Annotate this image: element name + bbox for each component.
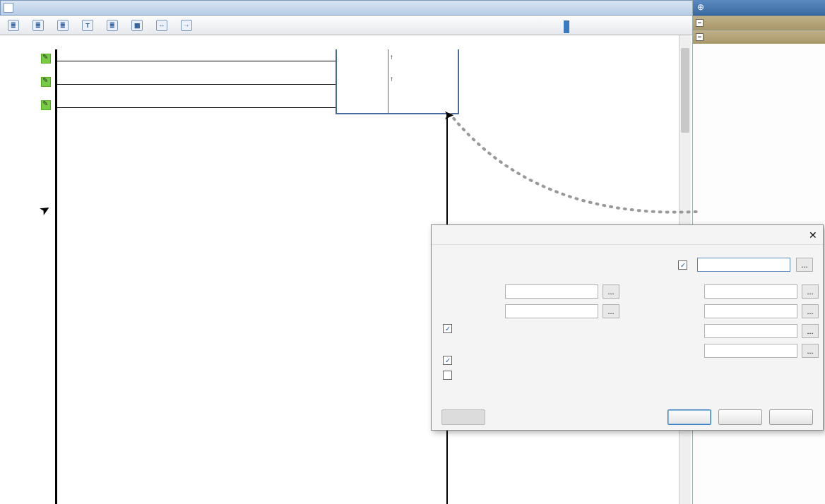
edit-icon[interactable] [41, 100, 51, 110]
col-num [179, 35, 210, 48]
counter-dialog: ✕ ✓ ... ... ... ✓ ✓ ... ... ... ... [431, 224, 824, 431]
browse-button[interactable]: ... [603, 304, 619, 318]
reset-to-value-field[interactable] [505, 304, 598, 318]
lt-preset-field[interactable] [704, 324, 797, 338]
group-header-counters[interactable]: − [693, 30, 825, 44]
current-value-field[interactable] [704, 284, 797, 299]
col-num [366, 35, 461, 48]
tag-icon: ≣ [107, 20, 118, 31]
browse-button[interactable]: ... [796, 258, 813, 272]
browse-button[interactable]: ... [802, 344, 819, 358]
collapse-icon[interactable]: − [696, 33, 704, 41]
col-num [210, 35, 242, 48]
col-num [273, 35, 304, 48]
browse-button[interactable]: ... [802, 324, 819, 338]
group-header-array[interactable]: − [693, 16, 825, 30]
fit-icon: ↔ [156, 20, 167, 31]
gt-preset-field[interactable] [704, 344, 797, 358]
cancel-button[interactable] [718, 409, 762, 425]
doc-icon [4, 3, 13, 13]
instruction-comment-button[interactable]: ≣ [52, 18, 76, 33]
block-icon: ▦ [131, 20, 143, 31]
col-num [117, 35, 148, 48]
show-comment-checkbox[interactable] [441, 368, 619, 383]
comment-icon: ≣ [57, 20, 69, 31]
col-num [86, 35, 117, 48]
structure-name-field[interactable] [697, 258, 790, 272]
edit-icon[interactable] [41, 77, 51, 87]
dialog-close-button[interactable]: ✕ [809, 229, 817, 241]
comment-icon: ≣ [8, 20, 19, 31]
tag-names-button[interactable]: T [77, 18, 100, 33]
col-num [148, 35, 179, 48]
task-comment-button[interactable]: ≣ [3, 18, 26, 33]
rung-comment-button[interactable]: ≣ [28, 18, 51, 33]
collapse-icon[interactable]: − [696, 19, 704, 27]
use-structure-checkbox[interactable]: ✓ [677, 258, 692, 272]
dialog-footer [432, 404, 823, 430]
comment-icon: ≣ [32, 20, 44, 31]
col-num [335, 35, 366, 48]
col-num [55, 35, 86, 48]
dialog-titlebar[interactable]: ✕ [432, 225, 823, 245]
monitor-button[interactable] [441, 409, 485, 425]
browse-button[interactable]: ... [603, 284, 619, 299]
help-button[interactable] [769, 409, 813, 425]
edit-icon[interactable] [41, 54, 51, 64]
block-details-button[interactable]: ▦ [126, 18, 150, 33]
tag-details-button[interactable]: ≣ [102, 18, 125, 33]
fit-width-button[interactable]: ↔ [151, 18, 174, 33]
browse-button[interactable]: ... [802, 304, 819, 318]
col-num [304, 35, 335, 48]
reset-when-checkbox[interactable]: ✓ [441, 321, 619, 336]
rung-wire [55, 61, 338, 61]
scrollbar-thumb[interactable] [681, 48, 689, 133]
col-num [242, 35, 273, 48]
ok-button[interactable] [667, 409, 711, 425]
panel-title: ⊕ [693, 0, 825, 16]
preset-value-field[interactable] [505, 284, 598, 299]
arrow-up-icon: ↑ [390, 53, 393, 61]
rung-wire [55, 107, 338, 108]
rung-wire [55, 84, 338, 85]
cursor-icon: ➤ [444, 107, 454, 123]
browse-button[interactable]: ... [802, 284, 819, 299]
tab-marker [564, 20, 569, 33]
column-header [0, 35, 691, 48]
one-shot-checkbox[interactable]: ✓ [441, 353, 619, 368]
eq-preset-field[interactable] [704, 304, 797, 318]
width-icon: → [181, 20, 192, 31]
counter-instruction-block[interactable]: ↑ ↑ [336, 49, 459, 114]
tag-icon: T [82, 20, 93, 31]
arrow-up-icon: ↑ [390, 75, 393, 83]
normal-width-button[interactable]: → [176, 18, 199, 33]
